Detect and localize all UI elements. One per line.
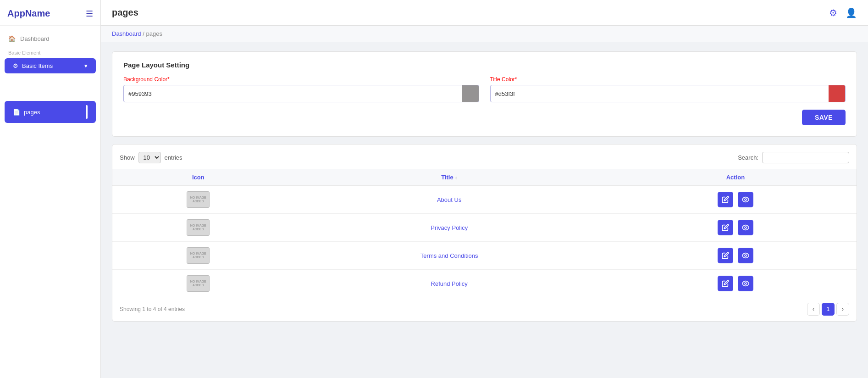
edit-btn-0[interactable] [718, 192, 733, 207]
sidebar: AppName ☰ 🏠 Dashboard Basic Element ⚙ Ba… [0, 0, 101, 378]
table-controls: Show 10 25 50 entries Search: [112, 152, 857, 169]
title-color-input-row [490, 85, 846, 102]
page-title: pages [112, 7, 138, 18]
title-color-input[interactable] [491, 87, 829, 101]
save-btn-row: SAVE [123, 110, 846, 125]
icon-thumb-2: NO IMAGEADDED [187, 247, 210, 264]
sidebar-item-dashboard[interactable]: 🏠 Dashboard [0, 31, 100, 46]
pagination-next[interactable]: › [836, 303, 849, 316]
bg-color-input-row [123, 85, 479, 102]
table-footer-text: Showing 1 to 4 of 4 entries [120, 306, 185, 312]
main: pages ⚙ 👤 Dashboard / pages Page Layout … [101, 0, 868, 378]
sidebar-basic-items-label: Basic Items [22, 62, 53, 69]
title-color-required: * [515, 76, 517, 83]
sidebar-pages-left: 📄 pages [13, 109, 40, 116]
bg-color-required: * [167, 76, 170, 83]
edit-btn-1[interactable] [718, 220, 733, 235]
svg-point-0 [745, 199, 746, 200]
table-footer: Showing 1 to 4 of 4 entries ‹ 1 › [112, 297, 857, 321]
bg-color-input[interactable] [124, 87, 462, 101]
pagination-page-1[interactable]: 1 [822, 303, 835, 316]
gear-icon: ⚙ [13, 62, 18, 69]
settings-section-title: Page Layout Setting [123, 61, 846, 69]
table-row: NO IMAGEADDED Refund Policy [112, 270, 857, 298]
pages-icon: 📄 [13, 109, 20, 116]
cell-icon-0: NO IMAGEADDED [112, 186, 284, 214]
save-button[interactable]: SAVE [802, 110, 846, 125]
content-area: Dashboard / pages Page Layout Setting Ba… [101, 26, 868, 378]
topbar-icons: ⚙ 👤 [829, 7, 857, 18]
cell-icon-3: NO IMAGEADDED [112, 270, 284, 298]
cell-title-3: Refund Policy [284, 270, 614, 298]
cell-title-1: Privacy Policy [284, 214, 614, 242]
bg-color-swatch[interactable] [462, 85, 479, 102]
edit-btn-3[interactable] [718, 276, 733, 291]
cell-icon-1: NO IMAGEADDED [112, 214, 284, 242]
user-icon[interactable]: 👤 [846, 7, 857, 18]
show-entries: Show 10 25 50 entries [120, 152, 182, 163]
cell-action-2 [614, 242, 857, 270]
bg-color-label: Background Color* [123, 76, 479, 83]
col-action: Action [614, 169, 857, 186]
table-body: NO IMAGEADDED About Us NO IMAGEADDED Pri… [112, 186, 857, 298]
search-input[interactable] [762, 152, 849, 163]
cell-action-3 [614, 270, 857, 298]
icon-thumb-1: NO IMAGEADDED [187, 219, 210, 236]
svg-point-2 [745, 255, 746, 256]
entries-select[interactable]: 10 25 50 [138, 152, 161, 163]
view-btn-2[interactable] [738, 248, 753, 263]
icon-thumb-0: NO IMAGEADDED [187, 191, 210, 208]
bg-color-field: Background Color* [123, 76, 479, 102]
home-icon: 🏠 [8, 35, 16, 42]
sidebar-dashboard-label: Dashboard [20, 35, 50, 42]
title-color-field: Title Color* [490, 76, 846, 102]
svg-point-1 [745, 227, 746, 228]
col-icon: Icon [112, 169, 284, 186]
sidebar-nav: 🏠 Dashboard Basic Element ⚙ Basic Items … [0, 26, 100, 129]
breadcrumb-separator: / [143, 30, 144, 37]
sidebar-basic-items-left: ⚙ Basic Items [13, 62, 53, 69]
pagination-prev[interactable]: ‹ [807, 303, 820, 316]
chevron-down-icon: ▾ [84, 62, 88, 69]
title-color-swatch[interactable] [829, 85, 845, 102]
cell-icon-2: NO IMAGEADDED [112, 242, 284, 270]
hamburger-icon[interactable]: ☰ [86, 9, 93, 19]
view-btn-0[interactable] [738, 192, 753, 207]
sidebar-item-pages[interactable]: 📄 pages [5, 101, 96, 123]
table-header-row: Icon Title ↕ Action [112, 169, 857, 186]
sidebar-header: AppName ☰ [0, 0, 100, 26]
color-fields: Background Color* Title Color* [123, 76, 846, 102]
sidebar-pages-label: pages [24, 109, 40, 116]
sidebar-section-basic-element: Basic Element [0, 46, 100, 57]
table-card: Show 10 25 50 entries Search: Icon [112, 144, 857, 322]
svg-point-3 [745, 283, 746, 284]
cell-title-0: About Us [284, 186, 614, 214]
breadcrumb: Dashboard / pages [101, 26, 868, 42]
show-label: Show [120, 154, 135, 161]
table-row: NO IMAGEADDED Privacy Policy [112, 214, 857, 242]
pages-table: Icon Title ↕ Action NO IMAGEADDED About … [112, 169, 857, 297]
topbar: pages ⚙ 👤 [101, 0, 868, 26]
pagination: ‹ 1 › [807, 303, 849, 316]
view-btn-3[interactable] [738, 276, 753, 291]
table-row: NO IMAGEADDED Terms and Conditions [112, 242, 857, 270]
sidebar-item-basic-items[interactable]: ⚙ Basic Items ▾ [5, 58, 96, 73]
entries-label: entries [165, 154, 182, 161]
edit-btn-2[interactable] [718, 248, 733, 263]
settings-card: Page Layout Setting Background Color* Ti… [112, 51, 857, 137]
icon-thumb-3: NO IMAGEADDED [187, 275, 210, 292]
cell-action-0 [614, 186, 857, 214]
app-name: AppName [7, 8, 50, 19]
breadcrumb-home[interactable]: Dashboard [112, 30, 141, 37]
search-label: Search: [738, 154, 758, 161]
search-box: Search: [738, 152, 849, 163]
title-color-label: Title Color* [490, 76, 846, 83]
breadcrumb-current: pages [146, 30, 162, 37]
col-title: Title ↕ [284, 169, 614, 186]
cell-action-1 [614, 214, 857, 242]
cell-title-2: Terms and Conditions [284, 242, 614, 270]
table-row: NO IMAGEADDED About Us [112, 186, 857, 214]
settings-icon[interactable]: ⚙ [829, 7, 837, 18]
sidebar-pages-indicator [86, 105, 88, 119]
view-btn-1[interactable] [738, 220, 753, 235]
